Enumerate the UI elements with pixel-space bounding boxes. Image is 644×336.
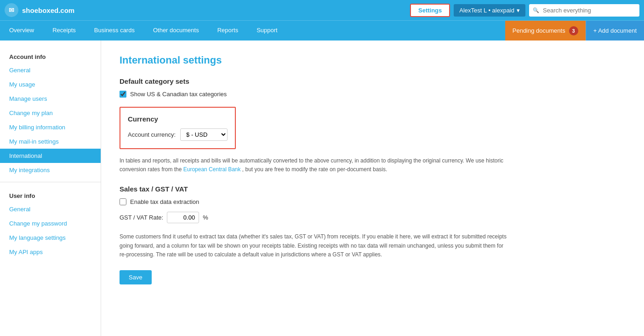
- default-category-title: Default category sets: [120, 77, 626, 85]
- page-title: International settings: [120, 54, 626, 66]
- pending-count-badge: 3: [569, 26, 578, 35]
- sidebar-item-language-settings[interactable]: My language settings: [0, 231, 101, 245]
- ecb-link[interactable]: European Central Bank: [183, 166, 241, 173]
- nav-label: Support: [256, 27, 278, 34]
- sidebar-item-manage-users[interactable]: Manage users: [0, 92, 101, 106]
- nav-item-other-documents[interactable]: Other documents: [144, 21, 208, 41]
- nav-label: Receipts: [52, 27, 76, 34]
- dropdown-arrow-icon: ▾: [517, 7, 520, 14]
- tax-info-text: Some customers find it useful to extract…: [120, 232, 510, 259]
- show-tax-row: Show US & Canadian tax categories: [120, 91, 626, 98]
- sidebar-item-api-apps[interactable]: My API apps: [0, 245, 101, 259]
- sidebar-item-label: Manage users: [9, 95, 47, 102]
- nav-item-business-cards[interactable]: Business cards: [85, 21, 144, 41]
- main-content: International settings Default category …: [101, 41, 644, 336]
- gst-rate-row: GST / VAT Rate: %: [120, 212, 626, 223]
- nav-left: Overview Receipts Business cards Other d…: [0, 21, 287, 41]
- main-layout: Account info General My usage Manage use…: [0, 41, 644, 336]
- sidebar-item-change-plan[interactable]: Change my plan: [0, 106, 101, 120]
- nav-item-reports[interactable]: Reports: [208, 21, 248, 41]
- sidebar-item-label: My billing information: [9, 124, 65, 131]
- search-wrapper: [529, 4, 639, 17]
- sidebar-item-mail-in[interactable]: My mail-in settings: [0, 134, 101, 149]
- sidebar-item-label: My integrations: [9, 167, 50, 174]
- sidebar: Account info General My usage Manage use…: [0, 41, 101, 336]
- search-input[interactable]: [529, 4, 639, 17]
- sidebar-item-my-usage[interactable]: My usage: [0, 77, 101, 92]
- nav-item-receipts[interactable]: Receipts: [43, 21, 85, 41]
- nav-label: Other documents: [153, 27, 199, 34]
- show-tax-label: Show US & Canadian tax categories: [130, 91, 227, 98]
- save-button[interactable]: Save: [120, 270, 152, 284]
- gst-rate-suffix: %: [203, 214, 208, 221]
- nav-label: Reports: [217, 27, 239, 34]
- settings-button[interactable]: Settings: [410, 4, 450, 17]
- sidebar-item-general-user[interactable]: General: [0, 202, 101, 216]
- sidebar-item-label: My usage: [9, 81, 35, 88]
- nav-label: Business cards: [94, 27, 135, 34]
- sidebar-item-label: General: [9, 67, 30, 74]
- header-right: Settings AlexTest L • alexpaid ▾: [410, 4, 639, 17]
- sidebar-item-billing[interactable]: My billing information: [0, 120, 101, 134]
- sidebar-item-label: My mail-in settings: [9, 138, 59, 145]
- enable-tax-row: Enable tax data extraction: [120, 198, 626, 205]
- sidebar-item-general-account[interactable]: General: [0, 63, 101, 77]
- user-label: AlexTest L • alexpaid: [459, 7, 514, 14]
- user-info-title: User info: [0, 189, 101, 202]
- sidebar-item-label: Change my password: [9, 220, 67, 227]
- sidebar-item-label: General: [9, 206, 30, 213]
- user-menu-button[interactable]: AlexTest L • alexpaid ▾: [454, 4, 525, 17]
- sidebar-item-integrations[interactable]: My integrations: [0, 163, 101, 177]
- currency-select[interactable]: $ - USD € - EUR £ - GBP CA$ - CAD: [180, 128, 228, 141]
- sidebar-item-change-password[interactable]: Change my password: [0, 216, 101, 231]
- info-text-part2: , but you are free to modify the rate on…: [242, 166, 388, 173]
- nav-item-support[interactable]: Support: [247, 21, 287, 41]
- currency-box: Currency Account currency: $ - USD € - E…: [120, 107, 236, 149]
- sidebar-item-label: My API apps: [9, 249, 43, 255]
- add-document-button[interactable]: + Add document: [586, 21, 644, 41]
- pending-label: Pending documents: [513, 27, 565, 34]
- logo: ✉ shoeboxed.com: [5, 3, 74, 17]
- gst-rate-input[interactable]: [167, 212, 199, 223]
- nav-label: Overview: [9, 27, 34, 34]
- currency-row: Account currency: $ - USD € - EUR £ - GB…: [128, 128, 228, 141]
- add-doc-label: + Add document: [593, 27, 637, 34]
- pending-documents-button[interactable]: Pending documents 3: [505, 21, 586, 41]
- sidebar-item-label: Change my plan: [9, 110, 53, 116]
- sidebar-divider: [0, 182, 101, 182]
- account-currency-label: Account currency:: [128, 131, 176, 138]
- currency-title: Currency: [128, 115, 228, 123]
- sidebar-item-international[interactable]: International: [0, 149, 101, 163]
- top-header: ✉ shoeboxed.com Settings AlexTest L • al…: [0, 0, 644, 20]
- sales-tax-section: Sales tax / GST / VAT Enable tax data ex…: [120, 185, 626, 223]
- logo-text: shoeboxed.com: [22, 6, 74, 14]
- show-tax-checkbox[interactable]: [120, 91, 126, 98]
- gst-rate-label: GST / VAT Rate:: [120, 214, 163, 221]
- sidebar-item-label: My language settings: [9, 234, 66, 241]
- sales-tax-title: Sales tax / GST / VAT: [120, 185, 626, 193]
- enable-tax-label: Enable tax data extraction: [130, 198, 199, 205]
- enable-tax-checkbox[interactable]: [120, 198, 126, 205]
- account-info-title: Account info: [0, 50, 101, 63]
- sidebar-item-label: International: [9, 152, 42, 159]
- logo-icon: ✉: [5, 3, 18, 17]
- nav-bar: Overview Receipts Business cards Other d…: [0, 20, 644, 41]
- nav-right: Pending documents 3 + Add document: [505, 21, 644, 41]
- conversion-info-text: In tables and reports, all receipts and …: [120, 156, 510, 174]
- nav-item-overview[interactable]: Overview: [0, 21, 43, 41]
